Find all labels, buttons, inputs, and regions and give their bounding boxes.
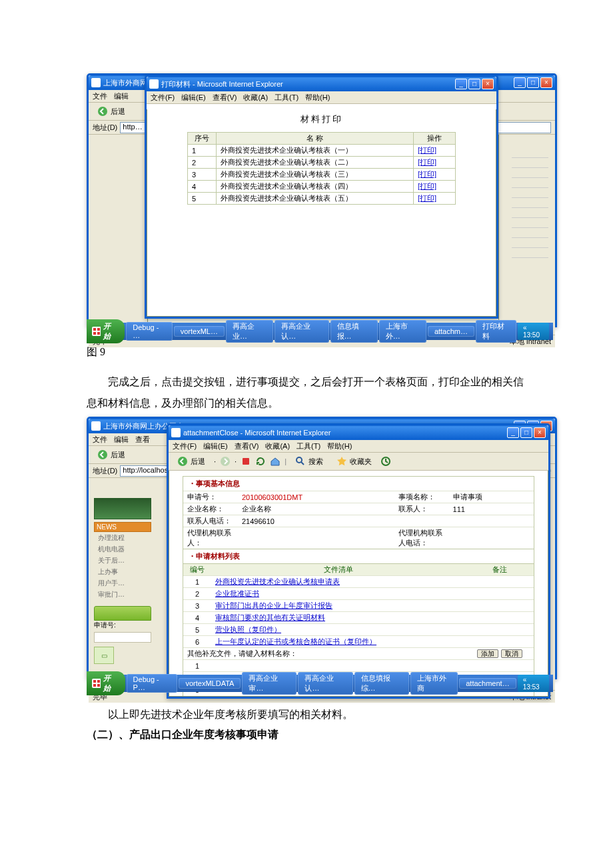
stop-icon[interactable] [241, 456, 251, 467]
menu-fav[interactable]: 收藏(A) [243, 93, 268, 103]
print-link[interactable]: [打印] [418, 158, 436, 166]
taskbar-item[interactable]: Debug - … [126, 322, 173, 341]
cancel-button[interactable]: 取消 [501, 649, 522, 658]
menu-edit[interactable]: 编辑(E) [181, 93, 206, 103]
back-button[interactable]: 后退 [173, 455, 210, 468]
menu-view[interactable]: 查看(V) [213, 93, 237, 103]
system-tray[interactable]: « 13:53 [518, 675, 549, 692]
menu-tools[interactable]: 工具(T) [275, 93, 299, 103]
appno-input[interactable] [94, 632, 151, 643]
list-item: 4审核部门要求的其他有关证明材料 [183, 612, 534, 624]
menu-edit[interactable]: 编辑 [114, 91, 129, 101]
favorites-button[interactable]: 收藏夹 [332, 455, 376, 468]
print-link[interactable]: [打印] [418, 170, 436, 178]
taskbar-item[interactable]: 再高企业认… [298, 672, 352, 695]
maximize-button[interactable]: □ [468, 79, 480, 89]
nav-item[interactable]: 办理流程 [94, 533, 151, 543]
close-button[interactable]: × [540, 77, 552, 88]
minimize-button[interactable]: _ [514, 77, 526, 88]
label-agent: 代理机构联系人： [183, 527, 238, 549]
maximize-button[interactable]: □ [527, 77, 539, 88]
nav-item[interactable]: 审批门… [94, 590, 151, 599]
taskbar-item[interactable]: 上海市外… [379, 320, 426, 343]
taskbar-item[interactable]: 再高企业认… [275, 320, 328, 343]
fg-menubar[interactable]: 文件(F) 编辑(E) 查看(V) 收藏(A) 工具(T) 帮助(H) [147, 91, 496, 104]
value-agentphone [449, 527, 534, 549]
search-button[interactable]: 搜索 [291, 455, 328, 468]
label-agentphone: 代理机构联系人电话： [394, 527, 449, 549]
back-arrow-icon [97, 106, 108, 117]
appno-label: 申请号: [94, 621, 151, 630]
refresh-icon[interactable] [255, 456, 266, 467]
col-note: 备注 [466, 564, 534, 576]
table-row: 1外商投资先进技术企业确认考核表（一）[打印] [188, 145, 456, 157]
fg2-toolbar[interactable]: 后退 · · | 搜索 收藏夹 [169, 453, 548, 471]
print-link[interactable]: [打印] [418, 194, 436, 202]
start-button[interactable]: 开始 [87, 671, 125, 695]
taskbar-item[interactable]: 信息填报综… [354, 672, 409, 695]
material-link[interactable]: 上一年度认定的证书或考核合格的证书（复印件） [215, 637, 376, 645]
svg-point-5 [221, 457, 230, 466]
windows-taskbar[interactable]: 开始 Debug - P… vortexMLDATA 再高企业审… 再高企业认…… [87, 675, 553, 692]
fg-titlebar[interactable]: 打印材料 - Microsoft Internet Explorer _ □ × [147, 77, 496, 91]
back-arrow-icon [97, 449, 108, 460]
nav-item[interactable]: 用户手… [94, 579, 151, 588]
taskbar-item[interactable]: 上海市外商 [410, 672, 458, 695]
card-icon[interactable]: ▭ [94, 647, 114, 664]
nav-item[interactable]: 关于后… [94, 556, 151, 565]
system-tray[interactable]: « 13:50 [518, 323, 549, 340]
col-index: 编号 [183, 564, 211, 576]
section-2-heading: （二）、产品出口企业年度考核事项申请 [87, 728, 526, 742]
taskbar-item[interactable]: 信息填报… [330, 320, 378, 343]
back-button[interactable]: 后退 [93, 105, 130, 118]
screenshot-2: 上海市外商网上办公平台 - … _ □ × 文件编辑查看 后退 [87, 417, 553, 692]
taskbar-item[interactable]: vortexMLDATA [179, 678, 241, 689]
taskbar-item[interactable]: Debug - P… [127, 674, 178, 693]
taskbar-item[interactable]: attachment… [459, 678, 516, 689]
print-materials-window: 打印材料 - Microsoft Internet Explorer _ □ ×… [145, 75, 498, 319]
ie-icon [91, 421, 101, 431]
minimize-button[interactable]: _ [507, 427, 519, 438]
material-link[interactable]: 外商投资先进技术企业确认考核申请表 [215, 577, 340, 585]
fg2-titlebar[interactable]: attachmentClose - Microsoft Internet Exp… [169, 425, 548, 440]
list-item: 6上一年度认定的证书或考核合格的证书（复印件） [183, 636, 534, 648]
material-link[interactable]: 审核部门要求的其他有关证明材料 [215, 613, 325, 621]
label-corp: 企业名称： [183, 503, 238, 515]
material-link[interactable]: 企业批准证书 [215, 589, 259, 597]
material-link[interactable]: 审计部门出具的企业上年度审计报告 [215, 601, 332, 609]
taskbar-item[interactable]: 再高企业… [226, 320, 273, 343]
fg2-menubar[interactable]: 文件(F) 编辑(E) 查看(V) 收藏(A) 工具(T) 帮助(H) [169, 440, 548, 453]
history-icon[interactable] [380, 456, 391, 467]
svg-rect-6 [243, 458, 249, 465]
nav-item[interactable]: 上办事 [94, 567, 151, 577]
minimize-button[interactable]: _ [455, 79, 467, 89]
material-link[interactable]: 营业执照（复印件） [215, 625, 281, 633]
maximize-button[interactable]: □ [520, 427, 532, 438]
taskbar-item[interactable]: 打印材料 [476, 320, 516, 343]
forward-icon[interactable] [220, 456, 231, 467]
taskbar-item[interactable]: vortexML… [174, 326, 225, 337]
print-link[interactable]: [打印] [418, 182, 436, 190]
menu-help[interactable]: 帮助(H) [305, 93, 330, 103]
col-file: 文件清单 [211, 564, 466, 576]
extra-row: 1 [183, 660, 534, 672]
back-button[interactable]: 后退 [93, 448, 130, 461]
attachment-window: attachmentClose - Microsoft Internet Exp… [167, 423, 550, 699]
windows-logo-icon [92, 679, 101, 688]
taskbar-item[interactable]: attachm… [428, 326, 474, 337]
start-button[interactable]: 开始 [87, 319, 125, 343]
home-icon[interactable] [270, 456, 281, 467]
section-material-list: ・申请材料列表 [183, 549, 534, 563]
close-button[interactable]: × [534, 427, 546, 438]
windows-taskbar[interactable]: 开始 Debug - … vortexML… 再高企业… 再高企业认… 信息填报… [87, 323, 553, 340]
menu-file[interactable]: 文件 [93, 91, 107, 101]
ie-icon [149, 79, 159, 89]
taskbar-item[interactable]: 再高企业审… [242, 672, 297, 695]
nav-item[interactable]: 机电电器 [94, 545, 151, 554]
print-link[interactable]: [打印] [418, 146, 436, 154]
menu-file[interactable]: 文件(F) [151, 93, 175, 103]
label-itemname: 事项名称： [394, 491, 449, 503]
add-button[interactable]: 添加 [477, 649, 498, 658]
close-button[interactable]: × [482, 79, 494, 89]
figure-caption: 图 9 [87, 345, 526, 359]
